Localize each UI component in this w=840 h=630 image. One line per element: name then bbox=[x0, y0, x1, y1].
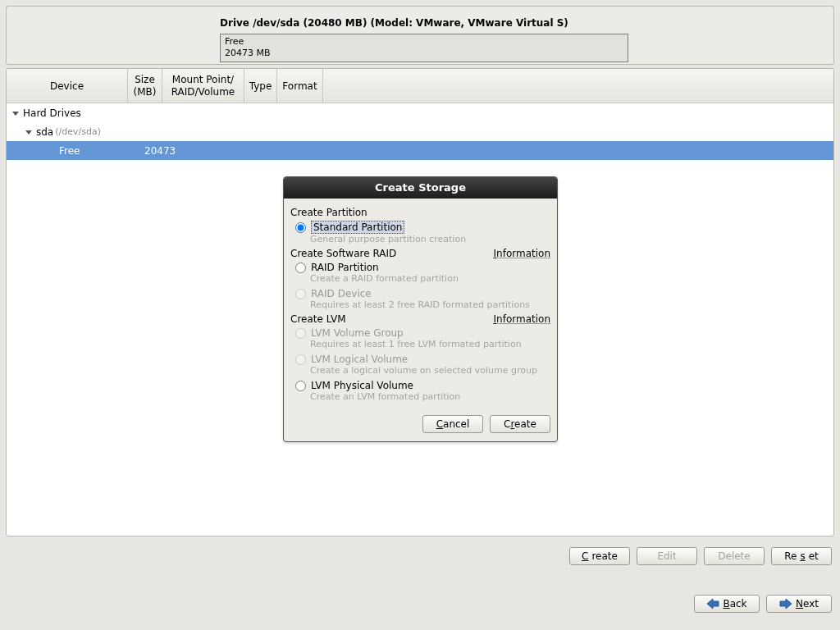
svg-marker-1 bbox=[25, 130, 32, 135]
radio-lvm-logical-volume: LVM Logical Volume bbox=[290, 351, 550, 366]
partition-table-header: Device Size (MB) Mount Point/ RAID/Volum… bbox=[7, 69, 833, 103]
radio-label: RAID Device bbox=[311, 288, 372, 299]
radio-label: LVM Logical Volume bbox=[311, 354, 408, 365]
radio-desc: Create an LVM formated partition bbox=[310, 391, 550, 402]
drive-free-size: 20473 MB bbox=[225, 48, 623, 59]
radio-desc: Requires at least 1 free LVM formated pa… bbox=[310, 339, 550, 349]
radio-label: LVM Physical Volume bbox=[311, 380, 413, 391]
col-size[interactable]: Size (MB) bbox=[128, 69, 162, 103]
create-button[interactable]: Create bbox=[569, 547, 630, 565]
tree-row-free[interactable]: Free 20473 bbox=[7, 141, 833, 160]
radio-input[interactable] bbox=[295, 222, 306, 233]
wizard-nav-row: Back Next bbox=[694, 595, 832, 613]
section-create-raid: Create Software RAID Information bbox=[290, 248, 550, 259]
svg-marker-0 bbox=[12, 112, 19, 116]
col-device[interactable]: Device bbox=[7, 69, 128, 103]
raid-information-link[interactable]: Information bbox=[494, 248, 550, 259]
dialog-title: Create Storage bbox=[284, 177, 557, 199]
tree-row-hard-drives[interactable]: Hard Drives bbox=[7, 103, 833, 122]
lvm-information-link[interactable]: Information bbox=[494, 313, 550, 325]
radio-standard-partition[interactable]: Standard Partition bbox=[290, 218, 550, 235]
radio-desc: Create a RAID formated partition bbox=[310, 273, 550, 284]
drive-summary-panel: Drive /dev/sda (20480 MB) (Model: VMware… bbox=[6, 6, 834, 65]
radio-lvm-physical-volume[interactable]: LVM Physical Volume bbox=[290, 377, 550, 392]
dialog-button-row: Cancel Create bbox=[284, 409, 557, 441]
drive-free-box[interactable]: Free 20473 MB bbox=[220, 34, 628, 62]
device-tree: Hard Drives sda (/dev/sda) Free 20473 bbox=[7, 103, 833, 160]
dialog-create-button[interactable]: Create bbox=[490, 415, 550, 433]
radio-input bbox=[295, 354, 306, 365]
svg-marker-3 bbox=[780, 599, 792, 609]
delete-button: Delete bbox=[704, 547, 765, 565]
section-create-partition: Create Partition bbox=[290, 207, 550, 218]
col-mount[interactable]: Mount Point/ RAID/Volume bbox=[162, 69, 244, 103]
tree-label: Hard Drives bbox=[21, 107, 81, 119]
disclosure-triangle-icon[interactable] bbox=[10, 107, 21, 119]
col-format[interactable]: Format bbox=[277, 69, 323, 103]
tree-label: Free bbox=[57, 145, 80, 157]
radio-desc: General purpose partition creation bbox=[310, 234, 550, 244]
arrow-right-icon bbox=[779, 598, 792, 609]
radio-label: RAID Partition bbox=[311, 262, 379, 273]
arrow-left-icon bbox=[706, 598, 719, 609]
radio-lvm-volume-group: LVM Volume Group bbox=[290, 325, 550, 340]
radio-input[interactable] bbox=[295, 262, 306, 273]
disclosure-triangle-icon[interactable] bbox=[23, 126, 34, 138]
section-create-lvm: Create LVM Information bbox=[290, 313, 550, 325]
radio-desc: Create a logical volume on selected volu… bbox=[310, 365, 550, 376]
radio-raid-device: RAID Device bbox=[290, 285, 550, 300]
create-storage-dialog: Create Storage Create Partition Standard… bbox=[283, 176, 558, 442]
radio-raid-partition[interactable]: RAID Partition bbox=[290, 259, 550, 274]
tree-label: sda bbox=[34, 126, 53, 138]
bottom-actions-row: Create Edit Delete Reset bbox=[569, 547, 832, 565]
next-button[interactable]: Next bbox=[766, 595, 832, 613]
tree-free-size: 20473 bbox=[144, 145, 176, 157]
radio-desc: Requires at least 2 free RAID formated p… bbox=[310, 299, 550, 310]
dialog-body: Create Partition Standard Partition Gene… bbox=[284, 199, 557, 409]
drive-free-label: Free bbox=[225, 36, 623, 48]
dialog-cancel-button[interactable]: Cancel bbox=[422, 415, 483, 433]
tree-sda-path: (/dev/sda) bbox=[55, 126, 101, 137]
radio-input bbox=[295, 328, 306, 339]
tree-row-sda[interactable]: sda (/dev/sda) bbox=[7, 122, 833, 141]
radio-label: LVM Volume Group bbox=[311, 327, 404, 339]
radio-input bbox=[295, 289, 306, 299]
reset-button[interactable]: Reset bbox=[771, 547, 832, 565]
svg-marker-2 bbox=[707, 599, 719, 609]
edit-button: Edit bbox=[637, 547, 697, 565]
radio-input[interactable] bbox=[295, 381, 306, 391]
drive-title: Drive /dev/sda (20480 MB) (Model: VMware… bbox=[220, 17, 824, 29]
back-button[interactable]: Back bbox=[694, 595, 760, 613]
radio-label: Standard Partition bbox=[311, 221, 404, 234]
col-type[interactable]: Type bbox=[244, 69, 277, 103]
